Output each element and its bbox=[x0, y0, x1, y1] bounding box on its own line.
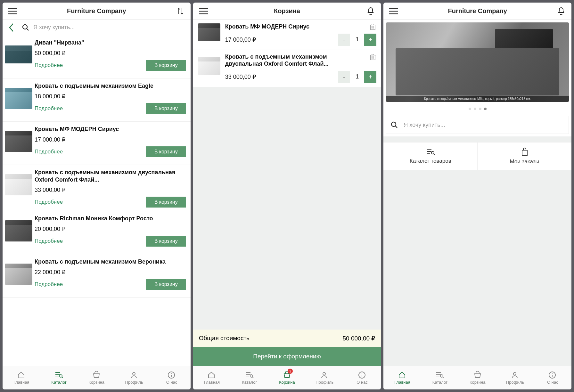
back-icon[interactable] bbox=[6, 22, 17, 33]
tab-label: Корзина bbox=[89, 380, 105, 385]
product-row[interactable]: Кровать Richman Моника Комфорт Росто 20 … bbox=[3, 211, 191, 254]
product-name: Кровать Richman Моника Комфорт Росто bbox=[35, 215, 186, 222]
more-link[interactable]: Подробнее bbox=[35, 281, 63, 288]
home-icon bbox=[208, 371, 216, 379]
add-to-cart-button[interactable]: В корзину bbox=[146, 60, 186, 71]
product-row[interactable]: Кровать с подъемным механизмом Вероника … bbox=[3, 254, 191, 298]
tabbar: ГлавнаяКаталогКорзинаПрофильО нас bbox=[3, 366, 191, 389]
more-link[interactable]: Подробнее bbox=[35, 149, 63, 155]
qty-plus-button[interactable]: + bbox=[364, 34, 376, 46]
dot[interactable] bbox=[479, 108, 481, 110]
more-link[interactable]: Подробнее bbox=[35, 105, 63, 112]
sort-icon[interactable] bbox=[175, 5, 186, 17]
cart-item: Кровать с подъемным механизмом двуспальн… bbox=[193, 50, 381, 87]
dot[interactable] bbox=[474, 108, 476, 110]
cart-item: Кровать МФ МОДЕРН Сириус 17 000,00 ₽ - 1… bbox=[193, 20, 381, 50]
search-input[interactable] bbox=[402, 120, 564, 130]
product-row[interactable]: Кровать с подъемным механизмом Eagle 18 … bbox=[3, 78, 191, 122]
menu-icon[interactable] bbox=[7, 5, 19, 17]
tab-cart[interactable]: Корзина2 bbox=[268, 366, 306, 389]
topbar: Furniture Company bbox=[3, 3, 191, 20]
tab-label: О нас bbox=[357, 380, 368, 385]
tab-home[interactable]: Главная bbox=[193, 366, 231, 389]
svg-point-5 bbox=[323, 372, 325, 375]
tab-about[interactable]: О нас bbox=[153, 366, 190, 389]
hero-banner[interactable]: Кровать с подъёмным механизмом Мбс, серы… bbox=[386, 22, 569, 102]
catalog-screen: Furniture Company Диван "Нирвана" 50 000… bbox=[3, 3, 191, 389]
tab-catalog[interactable]: Каталог bbox=[421, 366, 459, 389]
svg-point-2 bbox=[133, 372, 135, 375]
cart-item-price: 33 000,00 ₽ bbox=[225, 73, 256, 80]
tab-label: Главная bbox=[204, 380, 220, 385]
trash-icon[interactable] bbox=[369, 23, 376, 31]
list-search-icon bbox=[426, 148, 435, 155]
product-thumb bbox=[3, 258, 35, 294]
product-list[interactable]: Диван "Нирвана" 50 000,00 ₽ Подробнее В … bbox=[3, 35, 191, 366]
product-row[interactable]: Кровать МФ МОДЕРН Сириус 17 000,00 ₽ Под… bbox=[3, 122, 191, 165]
catalog-button-label: Каталог товаров bbox=[410, 158, 451, 164]
more-link[interactable]: Подробнее bbox=[35, 62, 63, 69]
tab-profile[interactable]: Профиль bbox=[115, 366, 153, 389]
more-link[interactable]: Подробнее bbox=[35, 238, 63, 244]
tab-catalog[interactable]: Каталог bbox=[231, 366, 268, 389]
tab-profile[interactable]: Профиль bbox=[306, 366, 343, 389]
qty-minus-button[interactable]: - bbox=[338, 34, 350, 46]
tab-home[interactable]: Главная bbox=[3, 366, 40, 389]
cart-item-name: Кровать с подъемным механизмом двуспальн… bbox=[225, 53, 377, 68]
orders-button[interactable]: Мои заказы bbox=[478, 143, 571, 170]
total-value: 50 000,00 ₽ bbox=[343, 335, 375, 342]
product-thumb bbox=[3, 39, 35, 75]
checkout-button[interactable]: Перейти к оформлению bbox=[193, 347, 381, 366]
tab-about[interactable]: О нас bbox=[534, 366, 571, 389]
tab-home[interactable]: Главная bbox=[383, 366, 421, 389]
bell-icon[interactable] bbox=[365, 5, 376, 17]
product-row[interactable]: Кровать с подъемным механизмом двуспальн… bbox=[3, 165, 191, 211]
catalog-button[interactable]: Каталог товаров bbox=[383, 143, 478, 170]
menu-icon[interactable] bbox=[198, 5, 209, 17]
product-price: 20 000,00 ₽ bbox=[35, 225, 186, 233]
carousel-dots[interactable] bbox=[383, 104, 571, 113]
svg-point-1 bbox=[60, 375, 62, 377]
search-bar[interactable] bbox=[386, 116, 569, 134]
home-icon bbox=[17, 371, 26, 379]
add-to-cart-button[interactable]: В корзину bbox=[146, 103, 186, 114]
qty-plus-button[interactable]: + bbox=[364, 71, 376, 83]
trash-icon[interactable] bbox=[369, 53, 376, 61]
profile-icon bbox=[511, 371, 519, 379]
add-to-cart-button[interactable]: В корзину bbox=[146, 197, 186, 208]
search-icon bbox=[391, 121, 398, 128]
tab-about[interactable]: О нас bbox=[343, 366, 381, 389]
basket-icon bbox=[473, 371, 482, 379]
search-input[interactable] bbox=[31, 22, 187, 33]
tab-catalog[interactable]: Каталог bbox=[40, 366, 78, 389]
tab-label: О нас bbox=[547, 380, 558, 385]
product-thumb bbox=[3, 169, 35, 205]
tab-label: Каталог bbox=[432, 380, 447, 385]
tab-cart[interactable]: Корзина bbox=[459, 366, 496, 389]
qty-minus-button[interactable]: - bbox=[338, 71, 350, 83]
add-to-cart-button[interactable]: В корзину bbox=[146, 279, 186, 290]
bell-icon[interactable] bbox=[555, 5, 567, 17]
quick-buttons: Каталог товаров Мои заказы bbox=[383, 142, 571, 170]
dot-active[interactable] bbox=[484, 108, 487, 110]
dot[interactable] bbox=[469, 108, 471, 110]
add-to-cart-button[interactable]: В корзину bbox=[146, 236, 186, 247]
menu-icon[interactable] bbox=[388, 5, 399, 17]
info-icon bbox=[358, 371, 366, 379]
page-title: Корзина bbox=[274, 7, 300, 15]
list-search-icon bbox=[245, 371, 254, 379]
cart-list: Кровать МФ МОДЕРН Сириус 17 000,00 ₽ - 1… bbox=[193, 20, 381, 87]
add-to-cart-button[interactable]: В корзину bbox=[146, 146, 186, 157]
page-title: Furniture Company bbox=[448, 7, 507, 15]
product-name: Диван "Нирвана" bbox=[35, 39, 186, 46]
product-price: 50 000,00 ₽ bbox=[35, 50, 186, 57]
tab-cart[interactable]: Корзина bbox=[78, 366, 115, 389]
tab-profile[interactable]: Профиль bbox=[496, 366, 534, 389]
topbar: Furniture Company bbox=[383, 3, 571, 20]
product-row[interactable]: Диван "Нирвана" 50 000,00 ₽ Подробнее В … bbox=[3, 35, 191, 78]
tab-label: Главная bbox=[394, 380, 410, 385]
total-label: Общая стоимость bbox=[199, 335, 250, 342]
more-link[interactable]: Подробнее bbox=[35, 199, 63, 205]
info-icon bbox=[548, 371, 557, 379]
cart-item-name: Кровать МФ МОДЕРН Сириус bbox=[225, 23, 377, 30]
